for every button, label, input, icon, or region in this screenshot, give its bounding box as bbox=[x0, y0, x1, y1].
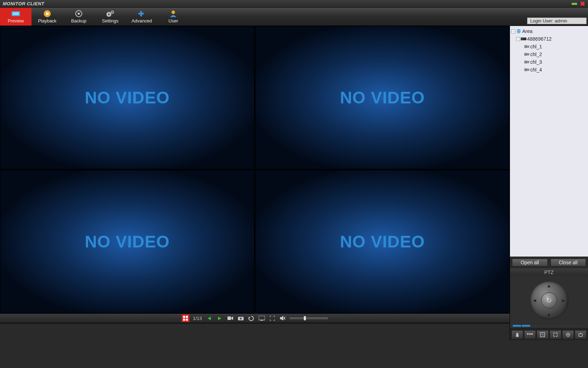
svg-rect-47 bbox=[540, 333, 545, 337]
svg-rect-46 bbox=[531, 333, 533, 335]
svg-point-29 bbox=[517, 29, 521, 33]
playback-icon bbox=[43, 10, 52, 18]
svg-rect-50 bbox=[579, 334, 582, 336]
display-mode-button[interactable] bbox=[258, 314, 266, 322]
svg-marker-20 bbox=[231, 316, 233, 320]
record-button[interactable] bbox=[226, 314, 234, 322]
svg-rect-45 bbox=[529, 333, 531, 335]
collapse-icon[interactable]: − bbox=[516, 37, 520, 41]
svg-rect-43 bbox=[516, 335, 519, 337]
login-user-label[interactable]: Login User: admin bbox=[527, 18, 587, 24]
titlebar: MONITOR CLIENT ✖ bbox=[0, 0, 588, 8]
svg-point-9 bbox=[80, 15, 82, 16]
ptz-dial[interactable]: ▲ ▼ ◄ ► ↻ bbox=[530, 281, 568, 320]
ptz-iris-button[interactable] bbox=[562, 330, 574, 339]
ptz-left-icon[interactable]: ◄ bbox=[532, 298, 537, 303]
status-area bbox=[0, 323, 510, 341]
user-icon bbox=[169, 10, 178, 18]
ptz-speed-indicator[interactable] bbox=[510, 325, 588, 328]
tab-user[interactable]: User bbox=[158, 8, 189, 26]
no-video-label: NO VIDEO bbox=[340, 232, 425, 251]
ptz-zoom-button[interactable] bbox=[537, 330, 548, 339]
backup-icon bbox=[74, 10, 83, 18]
open-all-button[interactable]: Open all bbox=[512, 259, 548, 266]
video-grid: NO VIDEO NO VIDEO NO VIDEO NO VIDEO bbox=[0, 26, 510, 313]
svg-marker-39 bbox=[527, 61, 529, 63]
svg-point-7 bbox=[80, 11, 82, 13]
tree-channel[interactable]: chl_4 bbox=[511, 66, 587, 74]
ptz-cruise-button[interactable] bbox=[524, 330, 536, 339]
tab-label: Settings bbox=[102, 18, 119, 23]
tree-channel[interactable]: chl_2 bbox=[511, 50, 587, 58]
advanced-icon bbox=[137, 10, 146, 18]
ptz-title: PTZ bbox=[510, 268, 588, 276]
tree-label: chl_1 bbox=[530, 44, 542, 49]
collapse-icon[interactable]: − bbox=[511, 29, 515, 33]
svg-rect-40 bbox=[524, 68, 527, 71]
tree-label: Area bbox=[522, 28, 533, 34]
slider-thumb[interactable] bbox=[304, 316, 306, 320]
footer bbox=[0, 341, 588, 368]
ptz-preset-button[interactable] bbox=[511, 330, 523, 339]
snapshot-button[interactable] bbox=[237, 314, 245, 322]
video-bottom-toolbar: 1/13 ◄ ► bbox=[0, 313, 510, 323]
device-tree[interactable]: − Area − 488696712 chl_1 chl_2 chl_3 bbox=[510, 26, 588, 257]
close-icon[interactable]: ✖ bbox=[580, 1, 585, 6]
camera-icon bbox=[524, 67, 530, 72]
video-cell-3[interactable]: NO VIDEO bbox=[0, 170, 254, 313]
svg-marker-41 bbox=[527, 68, 529, 71]
svg-point-32 bbox=[522, 39, 522, 39]
globe-icon bbox=[516, 29, 522, 34]
tab-settings[interactable]: Settings bbox=[94, 8, 126, 26]
svg-point-22 bbox=[240, 318, 242, 320]
tab-label: Preview bbox=[8, 18, 24, 23]
tree-label: chl_3 bbox=[530, 59, 542, 65]
grid-layout-button[interactable] bbox=[182, 314, 189, 322]
video-cell-4[interactable]: NO VIDEO bbox=[255, 170, 510, 313]
svg-rect-38 bbox=[524, 61, 527, 63]
close-all-button[interactable]: Close all bbox=[551, 259, 586, 266]
app-title: MONITOR CLIENT bbox=[3, 1, 44, 6]
tab-preview[interactable]: Preview bbox=[0, 8, 31, 26]
svg-rect-34 bbox=[524, 45, 527, 48]
svg-point-42 bbox=[516, 333, 518, 335]
svg-point-11 bbox=[108, 14, 110, 15]
svg-rect-15 bbox=[183, 316, 185, 318]
svg-point-8 bbox=[76, 15, 77, 16]
prev-page-button[interactable]: ◄ bbox=[205, 314, 213, 322]
video-cell-2[interactable]: NO VIDEO bbox=[255, 26, 510, 169]
tab-playback[interactable]: Playback bbox=[31, 8, 63, 26]
svg-point-33 bbox=[523, 39, 523, 39]
fullscreen-button[interactable] bbox=[268, 314, 276, 322]
ptz-right-icon[interactable]: ► bbox=[561, 298, 566, 303]
tab-advanced[interactable]: Advanced bbox=[126, 8, 158, 26]
tree-device[interactable]: − 488696712 bbox=[511, 35, 587, 43]
right-panel: − Area − 488696712 chl_1 chl_2 chl_3 bbox=[510, 26, 588, 341]
refresh-button[interactable] bbox=[247, 314, 255, 322]
mute-button[interactable] bbox=[279, 314, 287, 322]
tree-label: 488696712 bbox=[527, 36, 552, 42]
ptz-down-icon[interactable]: ▼ bbox=[547, 312, 552, 318]
svg-point-14 bbox=[172, 11, 175, 14]
ptz-panel: PTZ ▲ ▼ ◄ ► ↻ bbox=[510, 268, 588, 341]
volume-slider[interactable] bbox=[289, 317, 328, 319]
tab-backup[interactable]: Backup bbox=[63, 8, 94, 26]
tree-label: chl_4 bbox=[530, 67, 542, 73]
tree-channel[interactable]: chl_3 bbox=[511, 58, 587, 66]
ptz-focus-button[interactable] bbox=[550, 330, 561, 339]
video-cell-1[interactable]: NO VIDEO bbox=[0, 26, 254, 169]
tab-label: Playback bbox=[38, 18, 57, 23]
tree-root[interactable]: − Area bbox=[511, 27, 587, 35]
ptz-light-button[interactable] bbox=[575, 330, 587, 339]
minimize-icon[interactable] bbox=[572, 3, 577, 5]
svg-point-13 bbox=[112, 12, 113, 13]
ptz-up-icon[interactable]: ▲ bbox=[547, 283, 552, 288]
svg-marker-37 bbox=[527, 53, 529, 56]
tree-channel[interactable]: chl_1 bbox=[511, 43, 587, 50]
next-page-button[interactable]: ► bbox=[216, 314, 224, 322]
tab-label: User bbox=[168, 18, 178, 23]
ptz-auto-button[interactable]: ↻ bbox=[541, 292, 557, 308]
settings-icon bbox=[106, 10, 115, 18]
svg-rect-1 bbox=[13, 12, 19, 15]
svg-rect-36 bbox=[524, 53, 527, 56]
